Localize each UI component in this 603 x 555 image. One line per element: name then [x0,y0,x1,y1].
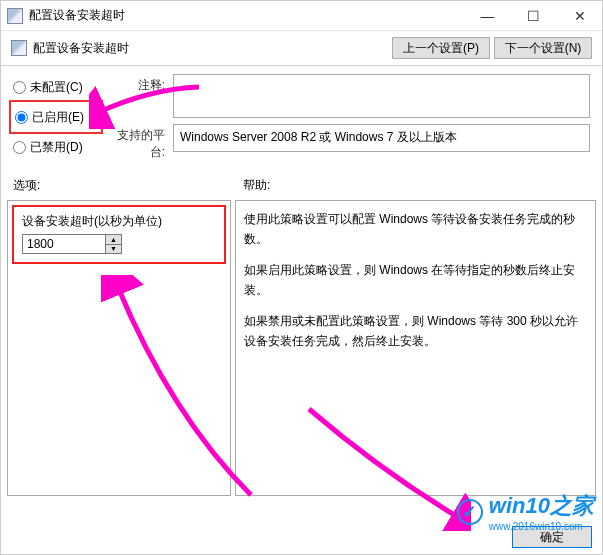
maximize-button[interactable]: ☐ [510,1,556,30]
help-paragraph-3: 如果禁用或未配置此策略设置，则 Windows 等待 300 秒以允许设备安装任… [244,311,587,352]
spinner-buttons: ▲ ▼ [105,235,121,253]
close-button[interactable]: ✕ [556,1,602,30]
help-paragraph-2: 如果启用此策略设置，则 Windows 在等待指定的秒数后终止安装。 [244,260,587,301]
timeout-highlight: 设备安装超时(以秒为单位) ▲ ▼ [12,205,226,264]
radio-enabled-input[interactable] [15,111,28,124]
options-label: 选项: [13,177,243,194]
help-paragraph-1: 使用此策略设置可以配置 Windows 等待设备安装任务完成的秒数。 [244,209,587,250]
prev-setting-button[interactable]: 上一个设置(P) [392,37,490,59]
radio-enabled-label: 已启用(E) [32,109,84,126]
header-row: 配置设备安装超时 上一个设置(P) 下一个设置(N) [1,31,602,66]
timeout-label: 设备安装超时(以秒为单位) [22,213,216,230]
next-setting-button[interactable]: 下一个设置(N) [494,37,592,59]
radio-enabled-highlight: 已启用(E) [9,100,103,134]
app-icon [7,8,23,24]
comment-label: 注释: [103,74,173,94]
panes: 设备安装超时(以秒为单位) ▲ ▼ 使用此策略设置可以配置 Windows 等待… [1,196,602,496]
radio-disabled[interactable]: 已禁用(D) [13,134,103,160]
config-fields: 注释: 支持的平台: Windows Server 2008 R2 或 Wind… [103,74,590,167]
watermark-brand: win10之家 [489,493,594,518]
minimize-button[interactable]: — [464,1,510,30]
header-title: 配置设备安装超时 [33,40,388,57]
spinner-down-icon[interactable]: ▼ [106,245,121,254]
window-controls: — ☐ ✕ [464,1,602,30]
radio-enabled[interactable]: 已启用(E) [15,104,97,130]
section-labels: 选项: 帮助: [1,171,602,196]
config-area: 未配置(C) 已启用(E) 已禁用(D) 注释: 支持的平台: Windows … [1,66,602,171]
options-pane: 设备安装超时(以秒为单位) ▲ ▼ [7,200,231,496]
help-pane: 使用此策略设置可以配置 Windows 等待设备安装任务完成的秒数。 如果启用此… [235,200,596,496]
watermark-logo-icon: ✓ [457,499,483,525]
timeout-input[interactable] [23,235,105,253]
radio-not-configured[interactable]: 未配置(C) [13,74,103,100]
titlebar: 配置设备安装超时 — ☐ ✕ [1,1,602,31]
spinner-up-icon[interactable]: ▲ [106,235,121,245]
platform-label: 支持的平台: [103,124,173,161]
radio-disabled-input[interactable] [13,141,26,154]
window-title: 配置设备安装超时 [29,7,464,24]
timeout-spinner[interactable]: ▲ ▼ [22,234,122,254]
ok-button[interactable]: 确定 [512,526,592,548]
radio-not-configured-input[interactable] [13,81,26,94]
radio-disabled-label: 已禁用(D) [30,139,83,156]
radio-not-configured-label: 未配置(C) [30,79,83,96]
footer-buttons: 确定 [1,526,602,548]
help-label: 帮助: [243,177,590,194]
state-radios: 未配置(C) 已启用(E) 已禁用(D) [13,74,103,167]
comment-input[interactable] [173,74,590,118]
settings-icon [11,40,27,56]
platform-value: Windows Server 2008 R2 或 Windows 7 及以上版本 [173,124,590,152]
